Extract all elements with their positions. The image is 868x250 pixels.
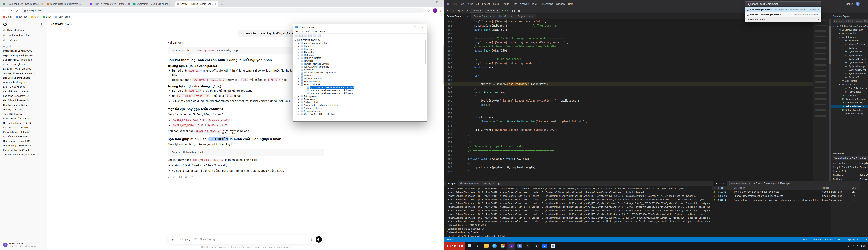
device-tree-item[interactable]: ▸ Print queues bbox=[293, 95, 427, 98]
sidebar-collapse-icon[interactable] bbox=[40, 22, 43, 25]
chat-history-item[interactable]: Cấu trúc gói tin Sahara bbox=[1, 103, 45, 107]
indent-setting[interactable]: Spaces: 4 bbox=[848, 238, 859, 241]
expander-icon[interactable]: ▸ bbox=[298, 72, 300, 73]
mic-icon[interactable] bbox=[310, 238, 313, 241]
document-tab[interactable]: SaharaFlasher.cs × bbox=[444, 13, 471, 19]
platform-dropdown[interactable]: Any CPU▾ bbox=[485, 8, 500, 13]
tab-close-icon[interactable]: × bbox=[85, 3, 87, 5]
expander-icon[interactable]: ▸ bbox=[298, 51, 300, 53]
expander-icon[interactable]: ▸ bbox=[839, 33, 841, 34]
expander-icon[interactable]: ▸ bbox=[298, 75, 300, 76]
menu-item[interactable]: Build bbox=[492, 2, 500, 6]
menu-item[interactable]: File bbox=[294, 30, 301, 33]
device-tree-item[interactable]: Standard Serial over Bluetooth link (COM… bbox=[293, 92, 427, 95]
taskbar-search-button[interactable] bbox=[474, 242, 482, 250]
code-editor[interactable]: 150 log?.Invoke("[Sahara] Handshake succ… bbox=[444, 19, 813, 181]
expander-icon[interactable]: ▾ bbox=[294, 39, 297, 41]
solution-tree-item[interactable]: Form1.Designer.cs bbox=[831, 86, 868, 90]
selection-tooltip[interactable]: Trích dẫn bbox=[220, 131, 237, 136]
menu-item[interactable]: Edit bbox=[458, 2, 466, 6]
property-row[interactable]: File Name SaharaFlasher.cs bbox=[831, 174, 868, 178]
toolbar-icon[interactable] bbox=[295, 34, 298, 37]
expander-icon[interactable]: ▸ bbox=[298, 45, 300, 47]
chat-history-item[interactable]: Ghi log ra TextBox bbox=[1, 107, 45, 112]
search-result-row[interactable]: LoadProgrammer QualcommSahara.SaharaFlas… bbox=[745, 7, 821, 12]
extensions-icon[interactable]: ⚲ bbox=[427, 9, 431, 12]
device-tree-item[interactable]: ▾ Ports (COM & LPT) bbox=[293, 83, 427, 86]
device-tree-item[interactable]: ▸ Universal Serial Bus controllers bbox=[293, 113, 427, 116]
expander-icon[interactable]: ▸ bbox=[298, 95, 300, 97]
sidebar-profile[interactable]: K Nâng cấp gói Truy cập nhiều tính năng … bbox=[1, 241, 45, 249]
browser-tab[interactable]: CH341A Programmer - Hướng dẫn sử dụng × bbox=[88, 1, 132, 7]
device-tree-item[interactable]: ▸ Firmware bbox=[293, 59, 427, 62]
expander-icon[interactable]: ▸ bbox=[298, 57, 300, 59]
browser-tab[interactable]: Đồ án nạp ROM - Google Drive × bbox=[1, 1, 45, 7]
solution-tree-item[interactable]: QualcommSerial.cs bbox=[831, 97, 868, 101]
address-bar[interactable]: chatgpt.com bbox=[21, 8, 425, 13]
wordwrap-icon[interactable]: ≣ bbox=[502, 182, 504, 185]
search-scope-footer[interactable]: Current document ▾ bbox=[745, 17, 821, 22]
output-source-dropdown[interactable]: Debug▾ bbox=[482, 181, 495, 185]
properties-object-selector[interactable]: SaharaFlasher.cs File Properties bbox=[833, 156, 868, 160]
tab-close-icon[interactable]: × bbox=[128, 3, 130, 5]
volume-icon[interactable] bbox=[857, 245, 859, 247]
break-all-icon[interactable]: ❚❚ bbox=[512, 9, 516, 12]
error-row[interactable]: ⚠ IDE0059 Unnecessary assignment of a va… bbox=[712, 194, 860, 198]
tab-close-icon[interactable]: × bbox=[172, 3, 173, 5]
browser-tab[interactable]: Qualcomm HS-USB QDLoader 9008 Driver × bbox=[132, 1, 175, 7]
solution-tree-item[interactable]: SaharaPackets.cs bbox=[831, 108, 868, 112]
input-language[interactable]: ENG bbox=[861, 245, 866, 247]
toolbar-icon[interactable] bbox=[317, 34, 321, 37]
chat-history-item[interactable]: Phân tích file ELF loader bbox=[1, 130, 45, 134]
log-code-block[interactable]: [Sahara] Uploading loader ... bbox=[167, 149, 324, 156]
error-row[interactable]: ⚠ CS4014 Because this call is not awaite… bbox=[712, 198, 860, 202]
sidebar-nav-item[interactable]: Đoạn chat mới bbox=[1, 27, 45, 32]
device-tree-item[interactable]: Standard Serial over Bluetooth link (COM… bbox=[293, 89, 427, 92]
property-row[interactable]: Build Action Compile bbox=[831, 161, 868, 165]
browser-tab[interactable]: ChatGPT - Debug Sahara loader × bbox=[175, 1, 218, 7]
solution-tree-item[interactable]: ▾ References bbox=[831, 35, 868, 39]
account-avatar[interactable]: K bbox=[856, 2, 860, 6]
new-tab-button[interactable]: + bbox=[219, 2, 224, 6]
chat-history-item[interactable]: Tool nạp firmware Qualcomm bbox=[1, 71, 45, 75]
menu-item[interactable]: File bbox=[452, 2, 458, 6]
menu-item[interactable]: View bbox=[466, 2, 474, 6]
undo-icon[interactable]: ↶ bbox=[462, 9, 464, 12]
solution-tree-item[interactable]: System.IO.Ports bbox=[831, 61, 868, 64]
taskbar-app[interactable] bbox=[532, 242, 540, 250]
recording-indicator[interactable]: 12:45 bbox=[444, 242, 465, 250]
device-tree-item[interactable]: ▸ System devices bbox=[293, 110, 427, 113]
expander-icon[interactable]: ▸ bbox=[298, 101, 300, 103]
attach-icon[interactable]: ＋ bbox=[171, 237, 174, 242]
solution-tree-item[interactable]: System.Xml bbox=[831, 75, 868, 79]
device-tree-item[interactable]: ▸ Network adapters bbox=[293, 77, 427, 80]
chat-history-item[interactable]: Hướng dẫn dùng QFIL bbox=[1, 80, 45, 85]
device-tree-item[interactable]: ▸ Sound, video and game controllers bbox=[293, 104, 427, 106]
chat-history-item[interactable]: Phân tích lỗi Sahara 9008 bbox=[1, 49, 45, 53]
device-tree-item[interactable]: ▸ IDE ATA/ATAPI controllers bbox=[293, 65, 427, 68]
minimap[interactable] bbox=[813, 19, 829, 181]
expander-icon[interactable]: ▾ bbox=[298, 84, 300, 86]
solution-tree-item[interactable]: System.Management bbox=[831, 64, 868, 68]
tab-close-icon[interactable]: × bbox=[532, 15, 533, 18]
bookmark-item[interactable]: Gmail bbox=[3, 15, 12, 18]
expander-icon[interactable]: ▸ bbox=[298, 63, 300, 65]
taskbar-app[interactable] bbox=[524, 242, 532, 250]
message-composer[interactable]: ＋ Công cụ Hỏi bất kỳ điều gì bbox=[167, 235, 324, 244]
device-tree-item[interactable]: Qualcomm HS-USB QDLoader 9008 (COM3) bbox=[293, 86, 427, 89]
expander-icon[interactable]: ▸ bbox=[298, 113, 300, 115]
tab-close-icon[interactable]: × bbox=[493, 15, 494, 18]
device-tree-item[interactable]: ▸ Processors bbox=[293, 98, 427, 101]
toolbar-icon[interactable] bbox=[313, 34, 316, 37]
back-icon[interactable]: ← bbox=[2, 9, 7, 12]
chat-history-item[interactable]: Đổi baudrate cổng COM bbox=[1, 139, 45, 143]
wifi-icon[interactable] bbox=[852, 245, 855, 247]
menu-item[interactable]: Project bbox=[481, 2, 492, 6]
taskbar-app[interactable] bbox=[499, 242, 507, 250]
toolbar-icon[interactable] bbox=[300, 34, 303, 37]
chat-history-item[interactable]: CH341A đọc ghi BIOS bbox=[1, 62, 45, 66]
editor-scrollbar[interactable] bbox=[829, 19, 831, 181]
pause-icon[interactable] bbox=[458, 245, 460, 247]
solution-tree-item[interactable]: System.Net.Http bbox=[831, 68, 868, 72]
minimize-icon[interactable]: ─ bbox=[862, 1, 868, 7]
